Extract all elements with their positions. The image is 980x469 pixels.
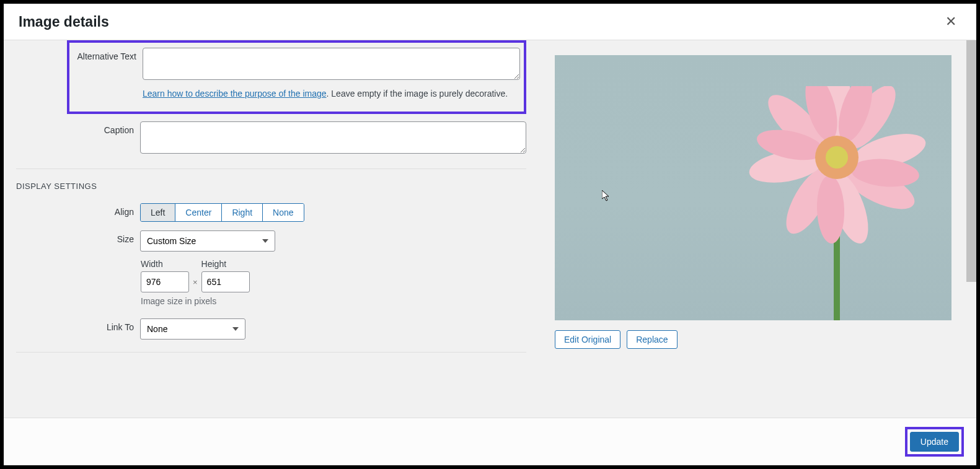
update-highlight: Update (905, 427, 964, 457)
alt-text-input[interactable] (143, 48, 520, 80)
linkto-select[interactable]: None (140, 318, 245, 340)
replace-button[interactable]: Replace (627, 330, 677, 349)
dimensions-row: Width × Height (141, 259, 526, 292)
dim-help: Image size in pixels (141, 296, 526, 306)
width-label: Width (141, 259, 189, 269)
close-button[interactable]: ✕ (940, 11, 961, 32)
size-select[interactable]: Custom Size (140, 230, 275, 252)
image-preview (555, 55, 951, 320)
alt-text-help: Learn how to describe the purpose of the… (143, 87, 520, 100)
scrollbar[interactable] (966, 40, 976, 282)
cursor-icon (602, 190, 611, 204)
align-center-button[interactable]: Center (175, 204, 222, 221)
alt-text-help-link[interactable]: Learn how to describe the purpose of the… (143, 89, 327, 99)
alt-text-highlight: Alternative Text Learn how to describe t… (67, 40, 526, 114)
display-settings-title: DISPLAY SETTINGS (16, 182, 526, 191)
edit-original-button[interactable]: Edit Original (555, 330, 620, 349)
align-label: Align (16, 203, 140, 217)
align-left-button[interactable]: Left (141, 204, 175, 221)
dim-separator: × (193, 278, 198, 287)
preview-pane: Edit Original Replace (539, 40, 976, 418)
dialog-body: Alternative Text Learn how to describe t… (4, 40, 976, 418)
svg-point-15 (826, 146, 848, 169)
dialog-title: Image details (19, 14, 109, 30)
update-button[interactable]: Update (910, 432, 959, 452)
image-details-dialog: Image details ✕ Alternative Text Learn h… (4, 4, 976, 465)
caption-label: Caption (16, 121, 140, 135)
align-none-button[interactable]: None (263, 204, 303, 221)
settings-pane: Alternative Text Learn how to describe t… (4, 40, 539, 418)
align-right-button[interactable]: Right (222, 204, 263, 221)
caption-input[interactable] (140, 121, 526, 154)
flower-image (747, 86, 927, 320)
width-input[interactable] (141, 271, 189, 292)
align-row: Align Left Center Right None (16, 203, 526, 222)
preview-buttons: Edit Original Replace (555, 330, 958, 349)
size-label: Size (16, 230, 140, 244)
dialog-header: Image details ✕ (4, 4, 976, 40)
align-button-group: Left Center Right None (140, 203, 304, 222)
alt-text-row: Alternative Text Learn how to describe t… (69, 48, 520, 100)
caption-row: Caption (16, 121, 526, 156)
size-row: Size Custom Size (16, 230, 526, 252)
dialog-footer: Update (4, 418, 976, 465)
alt-text-label: Alternative Text (69, 48, 143, 61)
linkto-row: Link To None (16, 318, 526, 340)
linkto-label: Link To (16, 318, 140, 332)
height-input[interactable] (201, 271, 250, 292)
height-label: Height (201, 259, 250, 269)
